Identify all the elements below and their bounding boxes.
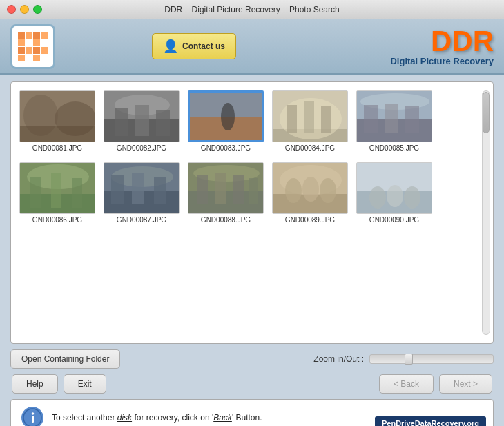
svg-rect-59 [32, 416, 34, 423]
logo-cell [26, 55, 32, 61]
logo-cell [41, 39, 48, 46]
logo-cell [41, 47, 48, 54]
photo-item[interactable]: GND00083.JPG [188, 90, 264, 152]
brand-ddr: DDR [390, 27, 494, 56]
svg-rect-10 [156, 110, 170, 136]
logo-cell [26, 32, 32, 39]
logo-cell [33, 32, 40, 39]
photo-item[interactable]: GND00088.JPG [188, 162, 264, 224]
logo-cell [33, 47, 40, 54]
maximize-button[interactable] [33, 5, 42, 14]
contact-icon: 👤 [163, 39, 178, 54]
photo-thumb[interactable] [188, 162, 264, 214]
photo-thumb[interactable] [104, 90, 180, 142]
close-button[interactable] [7, 5, 16, 14]
svg-rect-30 [30, 177, 41, 208]
photo-item[interactable]: GND00086.JPG [19, 162, 95, 224]
logo-cell [26, 47, 32, 54]
photo-label: GND00085.JPG [369, 144, 419, 152]
photo-item[interactable]: GND00087.JPG [104, 162, 180, 224]
title-bar: DDR – Digital Picture Recovery – Photo S… [0, 0, 504, 19]
svg-rect-38 [154, 177, 166, 204]
photo-label: GND00081.JPG [32, 144, 82, 152]
photo-thumb-selected[interactable] [188, 90, 264, 142]
scrollbar-thumb[interactable] [483, 92, 490, 133]
logo-cell [18, 55, 25, 61]
photo-item[interactable]: GND00084.JPG [272, 90, 348, 152]
brand-section: DDR Digital Picture Recovery [390, 27, 494, 66]
svg-point-56 [387, 185, 403, 207]
photo-thumb[interactable] [272, 90, 348, 142]
photo-thumb[interactable] [356, 162, 432, 214]
photo-label: GND00083.JPG [201, 144, 251, 152]
logo-cell [33, 55, 40, 61]
svg-rect-20 [321, 106, 331, 133]
svg-rect-18 [287, 105, 297, 133]
zoom-slider[interactable] [369, 354, 494, 364]
scrollbar[interactable] [482, 90, 490, 335]
contact-button[interactable]: 👤 Contact us [152, 33, 236, 59]
logo-grid [18, 32, 48, 61]
logo-cell [41, 32, 48, 39]
svg-point-57 [404, 186, 420, 209]
zoom-control: Zoom in/Out : [313, 354, 494, 364]
photo-row-1: GND00081.JPG GND00082.JPG [19, 90, 485, 152]
photo-grid: GND00081.JPG GND00082.JPG [19, 90, 485, 335]
zoom-label: Zoom in/Out : [313, 354, 364, 364]
logo-cell [18, 47, 25, 54]
photo-thumb[interactable] [356, 90, 432, 142]
help-button[interactable]: Help [12, 374, 58, 394]
info-bar: To select another disk for recovery, cli… [10, 399, 494, 426]
svg-point-50 [302, 177, 319, 202]
photo-row-2: GND00086.JPG GND00087.JPG [19, 162, 485, 224]
photo-thumb[interactable] [104, 162, 180, 214]
window-controls [7, 5, 42, 14]
button-bar: Help Exit < Back Next > [10, 374, 494, 394]
svg-rect-3 [20, 126, 95, 142]
svg-rect-31 [51, 173, 61, 208]
photo-label: GND00082.JPG [117, 144, 166, 152]
app-logo [10, 24, 55, 69]
logo-cell [26, 39, 32, 46]
brand-subtitle: Digital Picture Recovery [390, 56, 494, 66]
photo-label: GND00087.JPG [117, 216, 166, 224]
photo-item[interactable]: GND00082.JPG [104, 90, 180, 152]
watermark: PenDriveDataRecovery.org [375, 416, 486, 426]
contact-label: Contact us [182, 41, 225, 51]
photo-thumb[interactable] [272, 162, 348, 214]
next-button[interactable]: Next > [439, 374, 492, 394]
logo-cell [18, 39, 25, 46]
photo-label: GND00084.JPG [285, 144, 335, 152]
svg-point-14 [221, 103, 235, 130]
main-content: GND00081.JPG GND00082.JPG [0, 75, 504, 426]
logo-cell [18, 32, 25, 39]
svg-rect-26 [405, 106, 419, 133]
svg-rect-9 [135, 105, 149, 136]
svg-rect-32 [72, 178, 82, 208]
minimize-button[interactable] [20, 5, 29, 14]
svg-rect-8 [115, 108, 128, 136]
info-icon [21, 407, 43, 426]
info-emphasis-2: Back [213, 413, 232, 423]
open-folder-button[interactable]: Open Containing Folder [10, 349, 120, 369]
svg-rect-43 [215, 173, 226, 204]
svg-rect-37 [132, 173, 144, 204]
photo-thumb[interactable] [19, 162, 95, 214]
bottom-controls: Open Containing Folder Zoom in/Out : [10, 349, 494, 369]
svg-rect-25 [385, 104, 398, 133]
photo-item[interactable]: GND00090.JPG [356, 162, 432, 224]
photo-item[interactable]: GND00089.JPG [272, 162, 348, 224]
back-button[interactable]: < Back [379, 374, 434, 394]
svg-point-60 [32, 412, 35, 415]
info-message: To select another disk for recovery, cli… [52, 413, 262, 423]
photo-area: GND00081.JPG GND00082.JPG [10, 81, 494, 344]
photo-item[interactable]: GND00081.JPG [19, 90, 95, 152]
app-header: 👤 Contact us DDR Digital Picture Recover… [0, 19, 504, 75]
photo-item[interactable]: GND00085.JPG [356, 90, 432, 152]
photo-thumb[interactable] [19, 90, 95, 142]
info-emphasis: disk [117, 413, 132, 423]
photo-label: GND00089.JPG [285, 216, 335, 224]
exit-button[interactable]: Exit [64, 374, 106, 394]
photo-label: GND00088.JPG [201, 216, 251, 224]
svg-rect-42 [197, 175, 208, 204]
